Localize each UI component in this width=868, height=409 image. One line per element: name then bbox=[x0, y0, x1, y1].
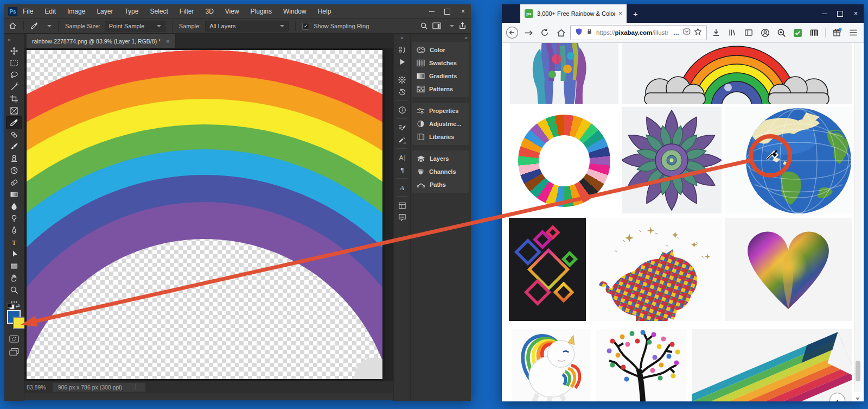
new-tab-button[interactable]: + bbox=[633, 9, 638, 18]
ps-maximize-button[interactable] bbox=[439, 4, 455, 18]
menu-help[interactable]: Help bbox=[318, 8, 331, 15]
fx-maximize-button[interactable] bbox=[832, 7, 848, 21]
menu-window[interactable]: Window bbox=[283, 8, 307, 15]
zoom-level[interactable]: 83.89% bbox=[27, 384, 46, 391]
image-tile-rainbow-ribbon[interactable] bbox=[692, 329, 852, 401]
fx-close-button[interactable]: × bbox=[848, 7, 864, 21]
panel-tab-channels[interactable]: Channels bbox=[412, 165, 469, 178]
close-icon[interactable]: × bbox=[166, 38, 169, 45]
bookmark-star-icon[interactable] bbox=[694, 28, 702, 38]
menu-3d[interactable]: 3D bbox=[205, 8, 213, 15]
panel-tab-layers[interactable]: Layers bbox=[412, 152, 469, 165]
menu-layer[interactable]: Layer bbox=[97, 8, 113, 15]
menu-file[interactable]: File bbox=[23, 8, 33, 15]
document-tab[interactable]: rainbow-2278774.png @ 83.9% (Layer 1, RG… bbox=[27, 34, 176, 48]
actions-icon[interactable] bbox=[395, 56, 409, 68]
brush-settings-icon[interactable] bbox=[395, 122, 409, 134]
rectangle-tool[interactable] bbox=[7, 260, 22, 272]
eyedropper-tool[interactable] bbox=[7, 117, 22, 129]
collapse-panels-chevrons[interactable]: « bbox=[411, 35, 471, 41]
hand-tool[interactable] bbox=[7, 272, 22, 284]
image-tile-mosaic-unicorn[interactable] bbox=[590, 218, 722, 321]
clone-stamp-tool[interactable] bbox=[7, 153, 22, 165]
info-icon[interactable] bbox=[395, 104, 409, 116]
gradient-tool[interactable] bbox=[7, 188, 22, 200]
menu-image[interactable]: Image bbox=[67, 8, 85, 15]
screen-mode-icon[interactable] bbox=[9, 348, 19, 358]
image-tile-colorful-elephant[interactable] bbox=[510, 43, 618, 104]
blur-tool[interactable] bbox=[7, 200, 22, 212]
sampling-ring-checkbox[interactable]: ✓ bbox=[302, 23, 309, 30]
ps-minimize-button[interactable] bbox=[424, 4, 439, 18]
panel-tab-properties[interactable]: Properties bbox=[412, 104, 469, 117]
browser-tab[interactable]: px 3,000+ Free Rainbow & Colorf × bbox=[520, 4, 627, 23]
history-icon[interactable] bbox=[395, 86, 409, 98]
share-icon[interactable] bbox=[458, 22, 467, 31]
zoom-tool[interactable] bbox=[7, 284, 22, 296]
whats-new-gift-icon[interactable] bbox=[830, 26, 844, 40]
spot-healing-brush-tool[interactable] bbox=[7, 129, 22, 141]
search-icon[interactable] bbox=[420, 22, 428, 31]
pen-tool[interactable] bbox=[7, 224, 22, 236]
image-tile-rainbow-clouds[interactable] bbox=[622, 43, 852, 104]
search-extension-icon[interactable] bbox=[774, 26, 788, 40]
object-selection-tool[interactable] bbox=[7, 81, 22, 93]
menu-filter[interactable]: Filter bbox=[180, 8, 194, 15]
chevron-down-icon[interactable] bbox=[450, 25, 454, 27]
panel-tab-swatches[interactable]: Swatches bbox=[412, 56, 469, 70]
history-brush-tool[interactable] bbox=[7, 165, 22, 177]
reload-button[interactable] bbox=[538, 26, 552, 40]
image-tile-mandala[interactable] bbox=[622, 107, 722, 213]
quick-mask-icon[interactable] bbox=[9, 335, 19, 345]
frame-tool[interactable] bbox=[7, 105, 22, 117]
dodge-tool[interactable] bbox=[7, 212, 22, 224]
panel-tab-paths[interactable]: Paths bbox=[412, 178, 469, 191]
eraser-tool[interactable] bbox=[7, 177, 22, 188]
grid-extension-icon[interactable] bbox=[807, 26, 821, 40]
image-tile-globe[interactable] bbox=[725, 107, 852, 213]
panel-tab-color[interactable]: Color bbox=[412, 43, 469, 56]
crop-tool[interactable] bbox=[7, 93, 22, 105]
menu-edit[interactable]: Edit bbox=[44, 8, 56, 15]
back-button[interactable] bbox=[505, 26, 519, 40]
tracking-shield-icon[interactable] bbox=[575, 28, 583, 38]
image-tile-neon-squares[interactable] bbox=[509, 218, 586, 321]
layer-comps-icon[interactable] bbox=[395, 199, 409, 211]
lock-icon[interactable] bbox=[586, 28, 593, 37]
check-extension-icon[interactable] bbox=[790, 26, 805, 40]
image-tile-heart-tree[interactable] bbox=[596, 329, 686, 401]
download-icon[interactable] bbox=[709, 26, 723, 40]
account-icon[interactable] bbox=[758, 26, 772, 40]
sidebar-icon[interactable] bbox=[742, 26, 756, 40]
url-bar[interactable]: https://pixabay.com/illustr … bbox=[570, 25, 707, 40]
lasso-tool[interactable] bbox=[7, 69, 22, 81]
move-tool[interactable] bbox=[7, 45, 22, 57]
document-dimensions[interactable]: 906 px x 786 px (300 ppi) 〉 bbox=[53, 383, 145, 392]
ps-close-button[interactable]: × bbox=[455, 4, 471, 18]
workspace-icon[interactable] bbox=[432, 22, 441, 30]
home-icon[interactable] bbox=[9, 22, 17, 31]
collapse-panels-chevrons[interactable]: « bbox=[400, 35, 404, 41]
home-button[interactable] bbox=[554, 26, 568, 40]
brush-tool[interactable] bbox=[7, 141, 22, 153]
menu-hamburger-icon[interactable] bbox=[846, 26, 860, 40]
paragraph-icon[interactable]: ¶ bbox=[395, 163, 409, 175]
rectangular-marquee-tool[interactable] bbox=[7, 57, 22, 69]
image-tile-rainbow-unicorn[interactable] bbox=[512, 329, 590, 401]
tab-close-icon[interactable]: × bbox=[618, 10, 622, 17]
background-color-swatch[interactable] bbox=[13, 317, 25, 329]
chevron-down-icon[interactable] bbox=[47, 25, 52, 27]
browser-scrollbar[interactable] bbox=[854, 43, 861, 392]
toolbar-expand-chevrons[interactable]: » bbox=[8, 37, 11, 43]
sample-dropdown[interactable]: All Layers bbox=[205, 21, 289, 32]
panel-tab-adjustments[interactable]: Adjustme... bbox=[412, 117, 469, 130]
scrollbar-down-arrow[interactable] bbox=[856, 398, 860, 400]
notes-icon[interactable] bbox=[395, 211, 409, 223]
panel-tab-patterns[interactable]: Patterns bbox=[412, 83, 469, 96]
forward-button[interactable] bbox=[521, 26, 535, 40]
menu-plugins[interactable]: Plugins bbox=[251, 8, 272, 15]
eyedropper-preset-icon[interactable] bbox=[30, 22, 39, 31]
brushes-icon[interactable] bbox=[395, 134, 409, 146]
library-icon[interactable] bbox=[725, 26, 739, 40]
path-selection-tool[interactable] bbox=[7, 248, 22, 260]
